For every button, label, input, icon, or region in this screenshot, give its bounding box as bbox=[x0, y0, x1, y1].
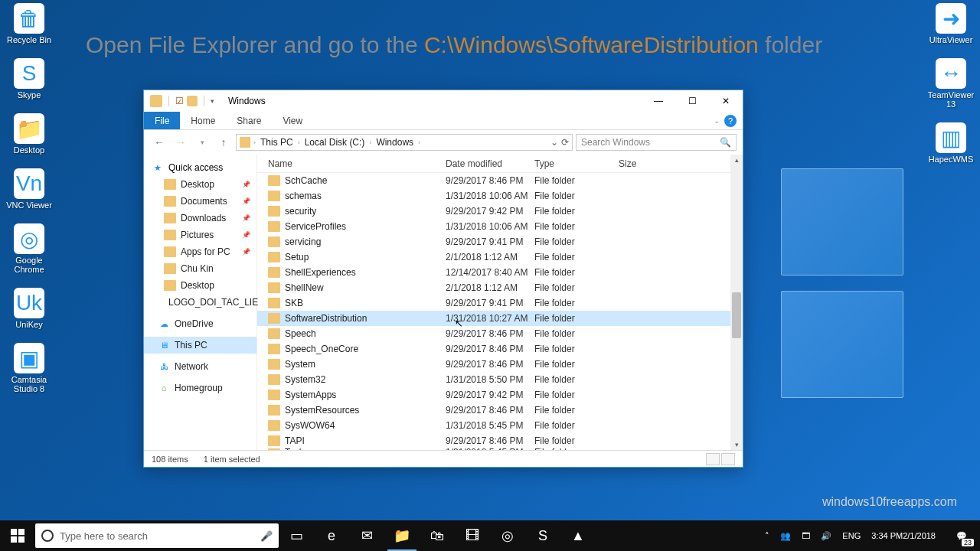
taskbar-app-file-explorer[interactable]: 📁 bbox=[384, 520, 420, 551]
nav-network[interactable]: 🖧Network bbox=[144, 358, 256, 375]
new-folder-icon[interactable] bbox=[187, 96, 198, 106]
desktop-icon-vnc-viewer[interactable]: VnVNC Viewer bbox=[6, 168, 52, 210]
file-row[interactable]: SystemResources9/29/2017 8:46 PMFile fol… bbox=[257, 403, 743, 418]
refresh-icon[interactable]: ⟳ bbox=[561, 137, 569, 148]
nav-this-pc[interactable]: 🖥This PC bbox=[144, 337, 256, 354]
taskbar[interactable]: Type here to search 🎤 ▭e✉📁🛍🎞◎S▲ ˄ 👥 🗔 🔊 … bbox=[0, 520, 980, 551]
file-row[interactable]: Setup2/1/2018 1:12 AMFile folder bbox=[257, 249, 743, 265]
chevron-right-icon[interactable]: › bbox=[418, 139, 420, 146]
tab-file[interactable]: File bbox=[144, 112, 180, 129]
desktop-icon-hapecwms[interactable]: ▥HapecWMS bbox=[928, 122, 974, 164]
breadcrumb-segment[interactable]: This PC bbox=[259, 137, 295, 148]
col-size[interactable]: Size bbox=[619, 158, 665, 169]
quick-access-toolbar[interactable]: ☑ ▾ bbox=[150, 95, 214, 107]
quick-access[interactable]: ★Quick access bbox=[144, 159, 256, 176]
action-center-button[interactable]: 💬 23 bbox=[945, 520, 978, 551]
properties-icon[interactable]: ☑ bbox=[175, 96, 184, 106]
col-type[interactable]: Type bbox=[534, 158, 619, 169]
close-button[interactable]: ✕ bbox=[709, 90, 743, 112]
up-button[interactable]: ↑ bbox=[214, 133, 233, 152]
file-row[interactable]: schemas1/31/2018 10:06 AMFile folder bbox=[257, 188, 743, 204]
nav-item[interactable]: Downloads📌 bbox=[144, 210, 256, 227]
file-row[interactable]: SysWOW641/31/2018 5:45 PMFile folder bbox=[257, 418, 743, 433]
file-row[interactable]: TAPI9/29/2017 8:46 PMFile folder bbox=[257, 433, 743, 448]
desktop-icon-unikey[interactable]: UkUniKey bbox=[6, 288, 52, 329]
people-icon[interactable]: 👥 bbox=[779, 520, 792, 551]
taskbar-app-chrome[interactable]: ◎ bbox=[490, 520, 525, 551]
file-row[interactable]: SKB9/29/2017 9:41 PMFile folder bbox=[257, 295, 743, 311]
taskbar-app-store[interactable]: 🛍 bbox=[420, 520, 455, 551]
nav-item[interactable]: Desktop bbox=[144, 277, 256, 294]
file-row[interactable]: Tasks1/31/2018 5:45 PMFile folder bbox=[257, 448, 743, 450]
nav-item[interactable]: Apps for PC📌 bbox=[144, 243, 256, 260]
desktop-icon-google-chrome[interactable]: ◎Google Chrome bbox=[6, 223, 52, 274]
scroll-down-icon[interactable]: ▾ bbox=[733, 439, 740, 450]
details-view-button[interactable] bbox=[706, 453, 720, 465]
file-explorer-window[interactable]: ☑ ▾ Windows — ☐ ✕ File Home Share View ⌄… bbox=[143, 90, 743, 468]
taskbar-app-edge[interactable]: e bbox=[314, 520, 349, 551]
breadcrumb-segment[interactable]: Windows bbox=[374, 137, 415, 148]
taskbar-search[interactable]: Type here to search 🎤 bbox=[35, 523, 279, 548]
file-row[interactable]: ShellExperiences12/14/2017 8:40 AMFile f… bbox=[257, 265, 743, 280]
titlebar[interactable]: ☑ ▾ Windows — ☐ ✕ bbox=[144, 90, 743, 112]
file-row[interactable]: ServiceProfiles1/31/2018 10:06 AMFile fo… bbox=[257, 219, 743, 234]
file-row[interactable]: System321/31/2018 5:50 PMFile folder bbox=[257, 372, 743, 387]
address-bar[interactable]: › This PC › Local Disk (C:) › Windows › … bbox=[236, 134, 573, 151]
nav-item[interactable]: Desktop📌 bbox=[144, 176, 256, 193]
nav-item[interactable]: Documents📌 bbox=[144, 193, 256, 210]
search-input[interactable]: Search Windows 🔍 bbox=[576, 134, 737, 151]
scroll-up-icon[interactable]: ▴ bbox=[733, 155, 740, 165]
chevron-right-icon[interactable]: › bbox=[298, 139, 300, 146]
taskbar-app-app-tray[interactable]: ▲ bbox=[560, 520, 596, 551]
desktop[interactable]: Open File Explorer and go to the C:\Wind… bbox=[0, 0, 980, 551]
desktop-icon-desktop-folder[interactable]: 📁Desktop bbox=[6, 113, 52, 155]
network-icon[interactable]: 🗔 bbox=[800, 520, 812, 551]
desktop-icon-recycle-bin[interactable]: 🗑Recycle Bin bbox=[6, 3, 52, 44]
back-button[interactable]: ← bbox=[150, 133, 168, 152]
taskbar-app-task-view[interactable]: ▭ bbox=[279, 520, 314, 551]
file-row[interactable]: Speech_OneCore9/29/2017 8:46 PMFile fold… bbox=[257, 341, 743, 357]
tab-home[interactable]: Home bbox=[180, 112, 226, 129]
desktop-icon-skype[interactable]: SSkype bbox=[6, 58, 52, 99]
nav-onedrive[interactable]: ☁OneDrive bbox=[144, 315, 256, 332]
desktop-icon-ultraviewer[interactable]: ➜UltraViewer bbox=[928, 3, 974, 44]
tray-overflow-icon[interactable]: ˄ bbox=[763, 520, 771, 551]
col-name[interactable]: Name bbox=[268, 158, 446, 169]
file-row[interactable]: SoftwareDistribution1/31/2018 10:27 AMFi… bbox=[257, 311, 743, 326]
taskbar-app-media[interactable]: 🎞 bbox=[455, 520, 490, 551]
volume-icon[interactable]: 🔊 bbox=[819, 520, 833, 551]
maximize-button[interactable]: ☐ bbox=[675, 90, 709, 112]
breadcrumb-segment[interactable]: Local Disk (C:) bbox=[303, 137, 367, 148]
language-indicator[interactable]: ENG bbox=[841, 520, 862, 551]
file-list[interactable]: Name Date modified Type Size SchCache9/2… bbox=[257, 155, 743, 450]
minimize-button[interactable]: — bbox=[642, 90, 675, 112]
chevron-right-icon[interactable]: › bbox=[369, 139, 371, 146]
system-tray[interactable]: ˄ 👥 🗔 🔊 ENG 3:34 PM 2/1/2018 💬 23 bbox=[763, 520, 980, 551]
file-row[interactable]: servicing9/29/2017 9:41 PMFile folder bbox=[257, 234, 743, 249]
start-button[interactable] bbox=[0, 520, 35, 551]
dropdown-icon[interactable]: ▾ bbox=[211, 97, 214, 105]
col-date[interactable]: Date modified bbox=[446, 158, 534, 169]
taskbar-app-snagit[interactable]: S bbox=[525, 520, 560, 551]
chevron-right-icon[interactable]: › bbox=[253, 139, 256, 146]
tab-share[interactable]: Share bbox=[226, 112, 272, 129]
file-row[interactable]: System9/29/2017 8:46 PMFile folder bbox=[257, 357, 743, 372]
column-headers[interactable]: Name Date modified Type Size bbox=[257, 155, 743, 173]
file-row[interactable]: ShellNew2/1/2018 1:12 AMFile folder bbox=[257, 280, 743, 295]
desktop-icon-teamviewer[interactable]: ↔TeamViewer 13 bbox=[928, 58, 974, 109]
file-row[interactable]: security9/29/2017 9:42 PMFile folder bbox=[257, 204, 743, 219]
nav-item[interactable]: Chu Kin bbox=[144, 260, 256, 277]
file-row[interactable]: Speech9/29/2017 8:46 PMFile folder bbox=[257, 326, 743, 341]
desktop-icon-camtasia[interactable]: ▣Camtasia Studio 8 bbox=[6, 343, 52, 393]
tab-view[interactable]: View bbox=[272, 112, 313, 129]
clock[interactable]: 3:34 PM 2/1/2018 bbox=[870, 520, 937, 551]
help-icon[interactable]: ? bbox=[724, 115, 737, 127]
taskbar-app-mail[interactable]: ✉ bbox=[349, 520, 384, 551]
chevron-down-icon[interactable]: ⌄ bbox=[714, 116, 720, 125]
scroll-thumb[interactable] bbox=[732, 292, 741, 338]
nav-homegroup[interactable]: ⌂Homegroup bbox=[144, 380, 256, 396]
file-row[interactable]: SystemApps9/29/2017 9:42 PMFile folder bbox=[257, 387, 743, 403]
scrollbar[interactable]: ▴ ▾ bbox=[730, 155, 743, 450]
forward-button[interactable]: → bbox=[172, 133, 190, 152]
nav-item[interactable]: Pictures📌 bbox=[144, 227, 256, 243]
